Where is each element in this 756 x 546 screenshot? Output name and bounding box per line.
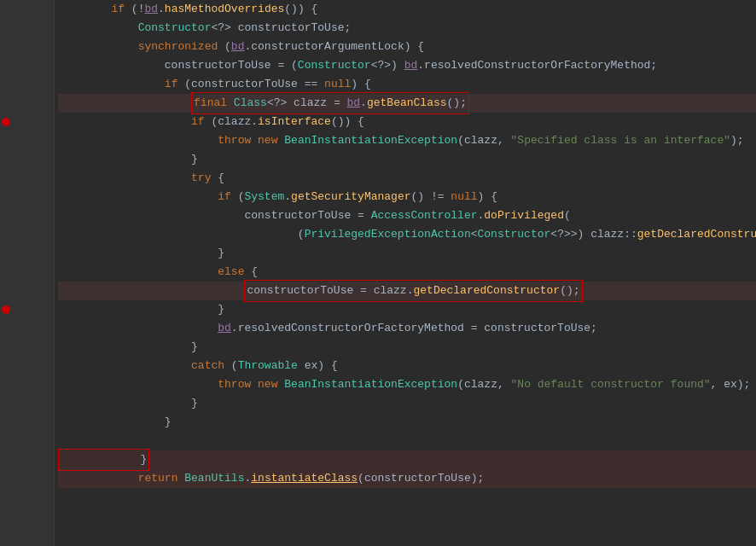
breakpoint-indicator-2: [2, 305, 10, 314]
bp-line-4: [0, 56, 12, 75]
code-line-24: [58, 432, 756, 450]
code-line-12: constructorToUse = AccessController.doPr…: [58, 206, 756, 225]
code-line-13: (PrivilegedExceptionAction<Constructor<?…: [58, 225, 756, 244]
line-num: [12, 507, 49, 526]
red-box-3: }: [58, 449, 149, 471]
bp-line-16: [0, 282, 12, 300]
code-line-22: }: [58, 394, 756, 413]
bp-line-7: [0, 113, 12, 131]
line-num: [12, 131, 49, 150]
bp-line-6: [0, 94, 12, 113]
code-line-5: if (constructorToUse == null) {: [58, 75, 756, 94]
line-num: [12, 19, 49, 38]
code-line-6: final Class<?> clazz = bd.getBeanClass()…: [58, 94, 756, 113]
red-box-2: constructorToUse = clazz.getDeclaredCons…: [244, 280, 582, 302]
bp-line-8: [0, 131, 12, 150]
breakpoint-gutter[interactable]: [0, 0, 12, 546]
bp-line-5: [0, 75, 12, 94]
bp-line-23: [0, 413, 12, 432]
line-num: [12, 56, 49, 75]
line-num: [12, 526, 49, 544]
code-line-20: catch (Throwable ex) {: [58, 357, 756, 375]
line-num: [12, 300, 49, 319]
code-line-1: if (!bd.hasMethodOverrides()) {: [58, 0, 756, 19]
line-num: [12, 113, 49, 131]
bp-line-17: [0, 300, 12, 319]
code-line-21: throw new BeanInstantiationException(cla…: [58, 375, 756, 394]
bp-line-12: [0, 206, 12, 225]
bp-line-29: [0, 526, 12, 544]
bp-line-14: [0, 244, 12, 263]
breakpoint-indicator: [2, 118, 10, 126]
line-num: [12, 244, 49, 263]
bp-line-20: [0, 357, 12, 375]
line-num: [12, 206, 49, 225]
line-num: [12, 0, 49, 19]
red-box-1: final Class<?> clazz = bd.getBeanClass()…: [191, 92, 469, 114]
bp-line-13: [0, 225, 12, 244]
bp-line-2: [0, 19, 12, 38]
code-line-19: }: [58, 338, 756, 357]
line-num: [12, 263, 49, 282]
bp-line-19: [0, 338, 12, 357]
bp-line-3: [0, 38, 12, 56]
bp-line-28: [0, 507, 12, 526]
line-num: [12, 188, 49, 206]
line-num: [12, 225, 49, 244]
code-line-8: throw new BeanInstantiationException(cla…: [58, 131, 756, 150]
code-editor: if (!bd.hasMethodOverrides()) { Construc…: [0, 0, 756, 546]
code-line-11: if (System.getSecurityManager() != null)…: [58, 188, 756, 206]
line-num: [12, 75, 49, 94]
code-line-7: if (clazz.isInterface()) {: [58, 113, 756, 131]
line-num: [12, 38, 49, 56]
line-num: [12, 338, 49, 357]
line-num: [12, 450, 49, 469]
line-num: [12, 357, 49, 375]
bp-line-11: [0, 188, 12, 206]
code-line-25: }: [58, 450, 756, 469]
code-line-14: }: [58, 244, 756, 263]
line-num: [12, 432, 49, 450]
bp-line-15: [0, 263, 12, 282]
code-line-3: synchronized (bd.constructorArgumentLock…: [58, 38, 756, 56]
bp-line-22: [0, 394, 12, 413]
code-line-18: bd.resolvedConstructorOrFactoryMethod = …: [58, 319, 756, 338]
code-line-15: else {: [58, 263, 756, 282]
code-content: if (!bd.hasMethodOverrides()) { Construc…: [55, 0, 756, 546]
bp-line-27: [0, 488, 12, 507]
code-line-17: }: [58, 300, 756, 319]
line-num: [12, 469, 49, 488]
bp-line-26: [0, 469, 12, 488]
code-line-26: return BeanUtils.instantiateClass(constr…: [58, 469, 756, 488]
bp-line-9: [0, 150, 12, 169]
bp-line-21: [0, 375, 12, 394]
code-line-16: constructorToUse = clazz.getDeclaredCons…: [58, 282, 756, 300]
code-line-10: try {: [58, 169, 756, 188]
line-num: [12, 413, 49, 432]
line-num: [12, 282, 49, 300]
code-line-2: Constructor<?> constructorToUse;: [58, 19, 756, 38]
line-num: [12, 375, 49, 394]
line-num: [12, 319, 49, 338]
bp-line-24: [0, 432, 12, 450]
code-line-4: constructorToUse = (Constructor<?>) bd.r…: [58, 56, 756, 75]
bp-line-18: [0, 319, 12, 338]
line-num: [12, 150, 49, 169]
bp-line-1: [0, 0, 12, 19]
bp-line-25: [0, 450, 12, 469]
code-line-23: }: [58, 413, 756, 432]
bp-line-10: [0, 169, 12, 188]
line-num: [12, 169, 49, 188]
line-num: [12, 94, 49, 113]
line-numbers: [12, 0, 55, 546]
line-num: [12, 394, 49, 413]
line-num: [12, 488, 49, 507]
code-line-9: }: [58, 150, 756, 169]
